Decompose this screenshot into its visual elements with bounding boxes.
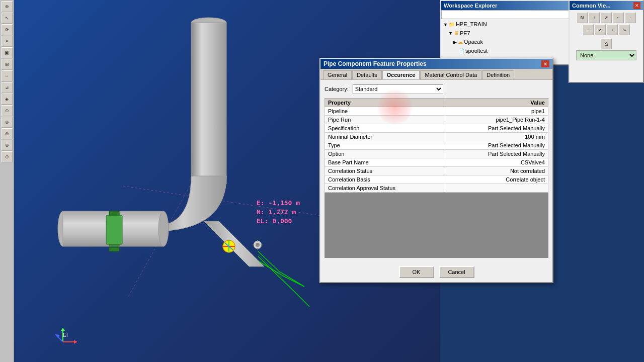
toolbar-btn-11[interactable]: ⊚ (2, 117, 13, 128)
dialog-close-button[interactable]: ✕ (541, 60, 549, 67)
workspace-tree: ▼ 📁 HPE_TRAIN ▼ 🖥 PE7 ▶ ☁ Opacak 📄 spool… (441, 19, 580, 56)
property-cell: Specification (325, 124, 445, 133)
svg-marker-24 (55, 334, 60, 338)
category-dropdown[interactable]: Standard Custom Other (353, 84, 443, 94)
e-coordinate: E: -1,150 m (257, 199, 300, 208)
dialog-tabs: General Defaults Occurence Material Cont… (320, 69, 552, 80)
tree-label-opacak: Opacak (464, 38, 483, 47)
svg-point-7 (158, 211, 169, 246)
view-btn-ne[interactable]: ↑ (589, 12, 600, 23)
common-view-content: N ↑ ↗ ← · → ↙ ↓ ↘ ⌂ None (570, 10, 643, 62)
value-cell: Part Selected Manually (445, 150, 548, 158)
view-btn-nw[interactable]: ↘ (619, 24, 630, 35)
toolbar-btn-4[interactable]: ✦ (2, 36, 13, 47)
workspace-explorer-title: Workspace Explorer (444, 3, 497, 9)
value-cell: Part Selected Manually (445, 124, 548, 133)
dialog-body: Category: Standard Custom Other Property… (320, 80, 552, 262)
table-row[interactable]: SpecificationPart Selected Manually (325, 124, 548, 133)
pipe-component-dialog: Pipe Component Feature Properties ✕ Gene… (319, 58, 553, 283)
coord-overlay: E: -1,150 m N: 1,272 m EL: 0,000 (257, 199, 300, 226)
table-row[interactable]: OptionPart Selected Manually (325, 150, 548, 158)
view-btn-center[interactable]: · (625, 12, 636, 23)
properties-table-body: Pipelinepipe1Pipe Runpipe1_Pipe Run-1-4S… (325, 107, 548, 193)
toolbar-btn-13[interactable]: ⊜ (2, 140, 13, 151)
left-toolbar: ⊕ ↖ ⟳ ✦ ▣ ⊞ ↔ ⊿ ◈ ⊙ ⊚ ⊛ ⊜ ⊝ (0, 0, 14, 362)
tree-label-spooltest: spooltest (465, 47, 488, 56)
file-icon-spooltest: 📄 (458, 47, 464, 55)
toolbar-btn-3[interactable]: ⟳ (2, 24, 13, 35)
toolbar-btn-14[interactable]: ⊝ (2, 151, 13, 162)
property-cell: Correlation Status (325, 167, 445, 175)
common-view-panel: Common Vie... ✕ N ↑ ↗ ← · → ↙ ↓ ↘ ⌂ None (569, 0, 644, 83)
toolbar-btn-8[interactable]: ⊿ (2, 82, 13, 93)
property-cell: Correlation Basis (325, 175, 445, 184)
workspace-search-input[interactable]: testsys (441, 10, 580, 19)
tree-item-hpe-train[interactable]: ▼ 📁 HPE_TRAIN (443, 20, 578, 29)
toolbar-btn-1[interactable]: ⊕ (2, 1, 13, 12)
value-cell: pipe1 (445, 107, 548, 116)
table-row[interactable]: Correlation Approval Status (325, 184, 548, 193)
toolbar-btn-10[interactable]: ⊙ (2, 105, 13, 116)
tab-occurence[interactable]: Occurence (382, 70, 420, 79)
svg-point-17 (256, 243, 260, 247)
tree-item-pe7[interactable]: ▼ 🖥 PE7 (443, 29, 578, 38)
view-btn-e[interactable]: ↗ (601, 12, 612, 23)
tab-material-control[interactable]: Material Control Data (420, 70, 481, 79)
table-row[interactable]: Correlation BasisCorrelate object (325, 175, 548, 184)
category-label: Category: (325, 86, 349, 92)
toolbar-btn-2[interactable]: ↖ (2, 13, 13, 24)
view-btn-s[interactable]: ↓ (607, 24, 618, 35)
svg-marker-22 (61, 328, 65, 331)
table-row[interactable]: Base Part NameCSValve4 (325, 158, 548, 167)
n-coordinate: N: 1,272 m (257, 208, 300, 217)
svg-rect-11 (109, 247, 119, 251)
tree-item-spooltest[interactable]: 📄 spooltest (443, 47, 578, 56)
workspace-explorer-panel: Workspace Explorer ✕ testsys ▼ 📁 HPE_TRA… (440, 0, 581, 65)
view-btn-se[interactable]: → (583, 24, 594, 35)
toolbar-btn-6[interactable]: ⊞ (2, 59, 13, 70)
property-cell: Type (325, 141, 445, 150)
value-cell (445, 184, 548, 193)
tab-general[interactable]: General (323, 70, 352, 79)
none-dropdown[interactable]: None (576, 50, 636, 60)
tree-label-pe7: PE7 (460, 29, 470, 38)
folder-icon: 📁 (449, 21, 455, 29)
table-row[interactable]: Correlation StatusNot correlated (325, 167, 548, 175)
view-btn-n[interactable]: N (577, 12, 588, 23)
svg-line-18 (258, 254, 309, 307)
value-cell: Part Selected Manually (445, 141, 548, 150)
toolbar-btn-5[interactable]: ▣ (2, 47, 13, 58)
toolbar-btn-9[interactable]: ◈ (2, 94, 13, 105)
tab-definition[interactable]: Definition (482, 70, 514, 79)
toolbar-btn-7[interactable]: ↔ (2, 70, 13, 81)
table-row[interactable]: TypePart Selected Manually (325, 141, 548, 150)
properties-table: Property Value Pipelinepipe1Pipe Runpipe… (325, 98, 548, 193)
folder-icon-opacak: ☁ (458, 38, 463, 46)
table-row[interactable]: Nominal Diameter100 mm (325, 133, 548, 141)
svg-marker-20 (74, 340, 77, 344)
toolbar-btn-12[interactable]: ⊛ (2, 128, 13, 139)
view-btn-w[interactable]: ← (613, 12, 624, 23)
value-cell: Correlate object (445, 175, 548, 184)
cancel-button[interactable]: Cancel (439, 266, 474, 278)
property-header: Property (325, 99, 445, 107)
property-cell: Option (325, 150, 445, 158)
ok-button[interactable]: OK (399, 266, 434, 278)
common-view-close[interactable]: ✕ (633, 2, 640, 9)
category-row: Category: Standard Custom Other (325, 84, 548, 94)
table-row[interactable]: Pipe Runpipe1_Pipe Run-1-4 (325, 116, 548, 124)
tree-item-opacak[interactable]: ▶ ☁ Opacak (443, 38, 578, 47)
property-cell: Base Part Name (325, 158, 445, 167)
value-header: Value (445, 99, 548, 107)
value-cell: CSValve4 (445, 158, 548, 167)
value-cell: pipe1_Pipe Run-1-4 (445, 116, 548, 124)
view-btn-sw[interactable]: ↙ (595, 24, 606, 35)
property-cell: Pipe Run (325, 116, 445, 124)
dialog-title-text: Pipe Component Feature Properties (324, 60, 427, 67)
view-home-button[interactable]: ⌂ (601, 38, 612, 49)
workspace-explorer-titlebar: Workspace Explorer ✕ (441, 1, 580, 10)
dialog-footer: OK Cancel (320, 262, 552, 282)
table-row[interactable]: Pipelinepipe1 (325, 107, 548, 116)
tab-defaults[interactable]: Defaults (352, 70, 381, 79)
svg-rect-3 (191, 23, 226, 184)
